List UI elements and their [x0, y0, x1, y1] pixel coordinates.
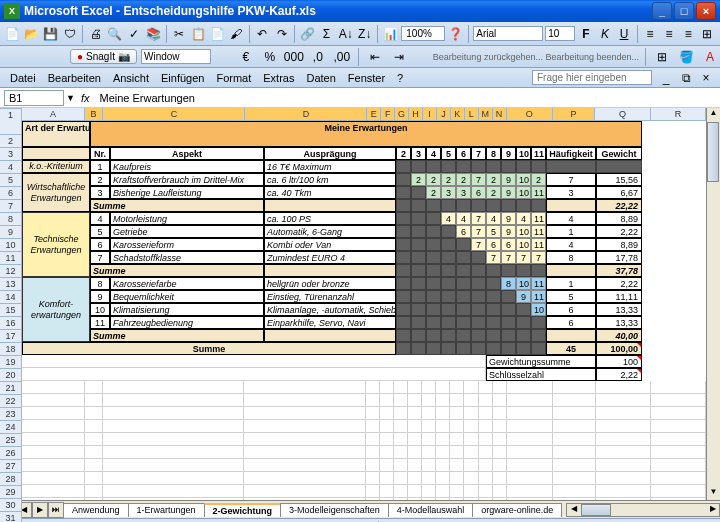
- val-11-3[interactable]: [441, 316, 456, 329]
- g-11[interactable]: 13,33: [596, 316, 642, 329]
- val-11-4[interactable]: [456, 316, 471, 329]
- sum-g-8[interactable]: 37,78: [596, 264, 642, 277]
- maximize-button[interactable]: □: [674, 2, 694, 20]
- snagit-button[interactable]: ●SnagIt 📷: [70, 49, 137, 64]
- val-9-4[interactable]: [456, 290, 471, 303]
- auspr-7[interactable]: Zumindest EURO 4: [264, 251, 396, 264]
- val-5-6[interactable]: 5: [486, 225, 501, 238]
- fill-color-icon[interactable]: 🪣: [676, 47, 696, 67]
- aspekt-8[interactable]: Karosseriefarbe: [110, 277, 264, 290]
- name-box[interactable]: [4, 90, 64, 106]
- val-2-4[interactable]: 2: [456, 173, 471, 186]
- col-header-L[interactable]: L: [465, 108, 479, 120]
- h-11[interactable]: 6: [546, 316, 596, 329]
- hdr-num-3[interactable]: 3: [411, 147, 426, 160]
- total-h[interactable]: 45: [546, 342, 596, 355]
- val-7-0[interactable]: [396, 251, 411, 264]
- hdr-gew[interactable]: Gewicht: [596, 147, 642, 160]
- val-9-8[interactable]: 9: [516, 290, 531, 303]
- sheet-tab-2[interactable]: 2-Gewichtung: [204, 503, 282, 517]
- column-headers[interactable]: ABCDEFGHIJKLMNOPQR: [22, 108, 706, 121]
- val-5-8[interactable]: 10: [516, 225, 531, 238]
- row-header-5[interactable]: 5: [0, 174, 21, 187]
- val-7-3[interactable]: [441, 251, 456, 264]
- copy-icon[interactable]: 📋: [190, 24, 207, 44]
- val-3-5[interactable]: 6: [471, 186, 486, 199]
- auspr-6[interactable]: Kombi oder Van: [264, 238, 396, 251]
- val-9-6[interactable]: [486, 290, 501, 303]
- aspekt-9[interactable]: Bequemlichkeit: [110, 290, 264, 303]
- g-5[interactable]: 2,22: [596, 225, 642, 238]
- auspr-9[interactable]: Einstieg, Türenanzahl: [264, 290, 396, 303]
- menu-daten[interactable]: Daten: [300, 70, 341, 86]
- hyperlink-icon[interactable]: 🔗: [299, 24, 316, 44]
- row-header-27[interactable]: 27: [0, 460, 21, 473]
- val-8-2[interactable]: [426, 277, 441, 290]
- auspr-1[interactable]: 16 T€ Maximum: [264, 160, 396, 173]
- val-9-2[interactable]: [426, 290, 441, 303]
- hdr-hauf[interactable]: Häufigkeit: [546, 147, 596, 160]
- auspr-3[interactable]: ca. 40 Tkm: [264, 186, 396, 199]
- hdr-aspekt[interactable]: Aspekt: [110, 147, 264, 160]
- row-header-21[interactable]: 21: [0, 382, 21, 395]
- row-header-20[interactable]: 20: [0, 369, 21, 382]
- val-2-2[interactable]: 2: [426, 173, 441, 186]
- val-9-3[interactable]: [441, 290, 456, 303]
- sheet-tab-0[interactable]: Anwendung: [63, 503, 129, 517]
- menu-extras[interactable]: Extras: [257, 70, 300, 86]
- new-icon[interactable]: 📄: [4, 24, 21, 44]
- doc-close-icon[interactable]: ×: [696, 68, 716, 88]
- cut-icon[interactable]: ✂: [171, 24, 188, 44]
- row-header-12[interactable]: 12: [0, 265, 21, 278]
- row-header-30[interactable]: 30: [0, 499, 21, 512]
- g-3[interactable]: 6,67: [596, 186, 642, 199]
- sum-label-8[interactable]: Summe: [90, 264, 264, 277]
- nr-8[interactable]: 8: [90, 277, 110, 290]
- val-10-8[interactable]: [516, 303, 531, 316]
- val-9-0[interactable]: [396, 290, 411, 303]
- row-header-18[interactable]: 18: [0, 343, 21, 356]
- val-11-5[interactable]: [471, 316, 486, 329]
- col-header-C[interactable]: C: [103, 108, 245, 120]
- col-header-B[interactable]: B: [85, 108, 104, 120]
- auspr-4[interactable]: ca. 100 PS: [264, 212, 396, 225]
- val-6-8[interactable]: 10: [516, 238, 531, 251]
- val-3-9[interactable]: 11: [531, 186, 546, 199]
- zoom-select[interactable]: [401, 26, 445, 41]
- val-2-6[interactable]: 2: [486, 173, 501, 186]
- val-8-3[interactable]: [441, 277, 456, 290]
- auspr-8[interactable]: hellgrün oder bronze: [264, 277, 396, 290]
- col-header-A[interactable]: A: [22, 108, 85, 120]
- val-4-5[interactable]: 7: [471, 212, 486, 225]
- format-painter-icon[interactable]: 🖌: [228, 24, 245, 44]
- val-10-6[interactable]: [486, 303, 501, 316]
- h-2[interactable]: 7: [546, 173, 596, 186]
- val-7-7[interactable]: 7: [501, 251, 516, 264]
- menu-fenster[interactable]: Fenster: [342, 70, 391, 86]
- comma-icon[interactable]: 000: [284, 47, 304, 67]
- val-6-7[interactable]: 6: [501, 238, 516, 251]
- menu-einfuegen[interactable]: Einfügen: [155, 70, 210, 86]
- hdr-title[interactable]: Meine Erwartungen: [90, 121, 642, 147]
- col-header-M[interactable]: M: [479, 108, 493, 120]
- val-4-2[interactable]: [426, 212, 441, 225]
- hdr-num-9[interactable]: 9: [501, 147, 516, 160]
- open-icon[interactable]: 📂: [23, 24, 40, 44]
- hdr-num-11[interactable]: 11: [531, 147, 546, 160]
- val-4-3[interactable]: 4: [441, 212, 456, 225]
- align-right-icon[interactable]: ≡: [680, 24, 697, 44]
- increase-indent-icon[interactable]: ⇥: [389, 47, 409, 67]
- val-6-9[interactable]: 11: [531, 238, 546, 251]
- val-11-0[interactable]: [396, 316, 411, 329]
- val-4-4[interactable]: 4: [456, 212, 471, 225]
- hdr-num-7[interactable]: 7: [471, 147, 486, 160]
- val-11-7[interactable]: [501, 316, 516, 329]
- aspekt-11[interactable]: Fahrzeugbedienung: [110, 316, 264, 329]
- col-header-E[interactable]: E: [367, 108, 381, 120]
- nr-11[interactable]: 11: [90, 316, 110, 329]
- row-header-14[interactable]: 14: [0, 291, 21, 304]
- sheet-tab-5[interactable]: orgware-online.de: [472, 503, 562, 517]
- save-icon[interactable]: 💾: [42, 24, 59, 44]
- h-5[interactable]: 1: [546, 225, 596, 238]
- hdr-num-6[interactable]: 6: [456, 147, 471, 160]
